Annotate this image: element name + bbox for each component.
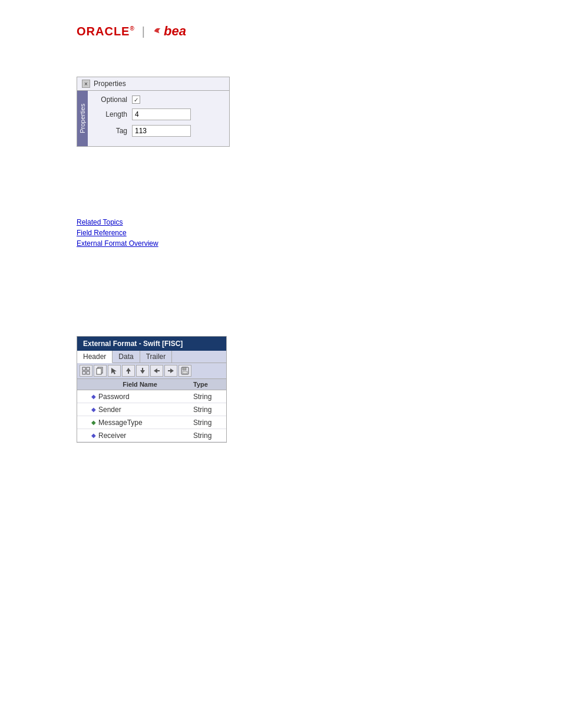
- svg-rect-2: [82, 371, 85, 374]
- svg-rect-14: [168, 370, 170, 371]
- cursor-button[interactable]: [108, 365, 121, 377]
- table-row[interactable]: ◆ Sender String: [77, 403, 226, 416]
- svg-rect-12: [157, 370, 160, 371]
- field-name-3: MessageType: [98, 419, 143, 427]
- col-field-header: Field Name: [89, 379, 191, 390]
- svg-rect-17: [183, 371, 187, 374]
- field-name-2: Sender: [98, 406, 121, 414]
- properties-content: Optional ✓ Length Tag: [88, 91, 229, 146]
- properties-panel: × Properties Properties Optional ✓ Lengt…: [77, 77, 230, 147]
- diamond-icon-2: ◆: [91, 406, 96, 413]
- svg-marker-9: [140, 370, 145, 374]
- oracle-trademark: ®: [130, 25, 134, 32]
- field-name-4: Receiver: [98, 431, 126, 440]
- field-name-1: Password: [98, 393, 130, 401]
- row-check-1: [77, 396, 89, 398]
- table-row[interactable]: ◆ Receiver String: [77, 429, 226, 442]
- ext-format-header: External Format - Swift [FISC]: [77, 337, 226, 351]
- svg-rect-3: [87, 371, 90, 374]
- related-topics-link[interactable]: Related Topics: [77, 218, 158, 226]
- svg-rect-16: [183, 367, 186, 370]
- length-label: Length: [95, 110, 127, 118]
- external-format-overview-link[interactable]: External Format Overview: [77, 239, 158, 248]
- close-button[interactable]: ×: [82, 80, 90, 88]
- tag-row: Tag: [95, 125, 222, 137]
- diamond-icon-1: ◆: [91, 393, 96, 400]
- row-field-2: ◆ Sender: [89, 404, 191, 415]
- table-body: ◆ Password String ◆ Sender String ◆ Mess…: [77, 390, 226, 442]
- tab-header[interactable]: Header: [77, 351, 113, 363]
- svg-rect-8: [128, 371, 129, 374]
- tabs-row: Header Data Trailer: [77, 351, 226, 363]
- row-field-4: ◆ Receiver: [89, 430, 191, 441]
- properties-header: × Properties: [77, 77, 229, 91]
- svg-rect-0: [82, 367, 85, 370]
- optional-row: Optional ✓: [95, 95, 222, 104]
- links-area: Related Topics Field Reference External …: [77, 218, 158, 250]
- tag-input[interactable]: [132, 125, 191, 137]
- diamond-icon-4: ◆: [91, 432, 96, 439]
- svg-marker-13: [170, 368, 174, 373]
- save-icon: [181, 367, 189, 375]
- properties-sidebar-label: Properties: [77, 91, 88, 146]
- optional-checkbox[interactable]: ✓: [132, 95, 140, 104]
- row-check-4: [77, 434, 89, 437]
- svg-marker-11: [154, 368, 157, 373]
- field-reference-link[interactable]: Field Reference: [77, 229, 158, 237]
- move-right-button[interactable]: [164, 365, 177, 377]
- table-row[interactable]: ◆ MessageType String: [77, 416, 226, 429]
- logo-area: ORACLE® | bea: [77, 24, 186, 39]
- diamond-icon-3: ◆: [91, 419, 96, 426]
- grid-icon: [82, 367, 90, 375]
- svg-rect-1: [87, 367, 90, 370]
- length-row: Length: [95, 108, 222, 120]
- ext-format-panel: External Format - Swift [FISC] Header Da…: [77, 336, 227, 443]
- cursor-icon: [110, 367, 118, 375]
- oracle-logo: ORACLE®: [77, 25, 135, 38]
- row-type-2: String: [191, 404, 226, 415]
- right-arrow-icon: [167, 367, 175, 375]
- bea-swoosh-icon: [152, 26, 163, 37]
- row-field-1: ◆ Password: [89, 391, 191, 402]
- bea-text: bea: [164, 24, 186, 39]
- col-type-header: Type: [191, 379, 226, 390]
- toolbar-row: [77, 363, 226, 379]
- move-left-button[interactable]: [150, 365, 163, 377]
- row-type-4: String: [191, 430, 226, 441]
- row-type-1: String: [191, 391, 226, 402]
- table-row[interactable]: ◆ Password String: [77, 390, 226, 403]
- tab-data[interactable]: Data: [113, 351, 140, 363]
- move-up-button[interactable]: [122, 365, 135, 377]
- copy-icon: [96, 367, 104, 375]
- move-down-button[interactable]: [136, 365, 149, 377]
- logo-divider: |: [142, 25, 145, 38]
- col-check-header: [77, 379, 89, 390]
- properties-title: Properties: [94, 80, 126, 88]
- left-arrow-icon: [153, 367, 161, 375]
- bea-logo: bea: [152, 24, 186, 39]
- properties-body: Properties Optional ✓ Length Tag: [77, 91, 229, 146]
- svg-rect-10: [142, 368, 143, 370]
- svg-marker-6: [111, 368, 117, 374]
- tag-label: Tag: [95, 127, 127, 135]
- copy-button[interactable]: [94, 365, 107, 377]
- svg-marker-7: [126, 368, 131, 371]
- length-input[interactable]: [132, 108, 191, 120]
- table-header-row: Field Name Type: [77, 379, 226, 390]
- row-type-3: String: [191, 417, 226, 428]
- up-arrow-icon: [124, 367, 133, 375]
- row-check-3: [77, 421, 89, 424]
- tab-trailer[interactable]: Trailer: [140, 351, 173, 363]
- optional-label: Optional: [95, 95, 127, 104]
- save-button[interactable]: [178, 365, 191, 377]
- svg-rect-5: [97, 368, 101, 374]
- row-check-2: [77, 409, 89, 411]
- row-field-3: ◆ MessageType: [89, 417, 191, 428]
- add-grid-button[interactable]: [80, 365, 92, 377]
- down-arrow-icon: [138, 367, 147, 375]
